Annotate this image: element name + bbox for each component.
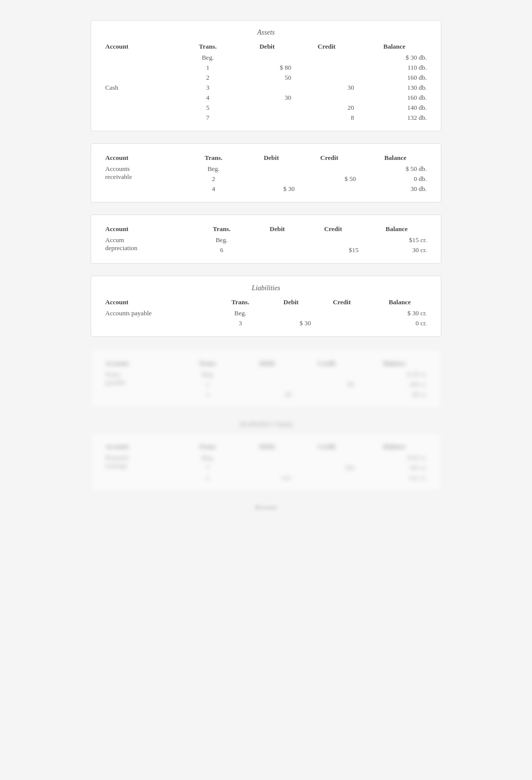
credit-7: 8 <box>295 113 358 123</box>
trans-5: 5 <box>177 103 239 113</box>
debit-2: 50 <box>239 73 295 83</box>
trans-2: 2 <box>183 174 244 184</box>
col-balance: Balance <box>360 152 431 164</box>
col-debit: Debit <box>267 296 315 308</box>
blurred-notes-payable: Account Trans. Debit Credit Balance Note… <box>91 349 441 408</box>
balance-3: 0 cr. <box>369 318 431 328</box>
account-cash: Cash <box>101 53 177 123</box>
col-balance: Balance <box>363 223 431 235</box>
accum-section: Account Trans. Debit Credit Balance Accu… <box>91 215 441 264</box>
credit-beg <box>295 453 358 463</box>
debit-1 <box>239 379 295 389</box>
credit-3 <box>315 318 369 328</box>
assets-section: Assets Account Trans. Debit Credit Balan… <box>91 20 441 131</box>
debit-1: $ 80 <box>239 63 295 73</box>
balance-2: 160 db. <box>358 73 431 83</box>
trans-beg: Beg. <box>177 369 239 379</box>
debit-beg <box>244 164 299 174</box>
balance-x: xxx cr. <box>358 473 431 483</box>
balance-6: 30 cr. <box>363 245 431 255</box>
col-account: Account <box>101 223 192 235</box>
balance-4: 160 db. <box>358 93 431 103</box>
balance-beg: $ 30 db. <box>358 53 431 63</box>
revenue-label: Revenue <box>91 503 441 511</box>
trans-4: 4 <box>177 93 239 103</box>
trans-2: 2 <box>177 73 239 83</box>
balance-2: 0 db. <box>360 174 431 184</box>
trans-beg: Beg. <box>183 164 244 174</box>
credit-5: 20 <box>295 103 358 113</box>
col-credit: Credit <box>315 296 369 308</box>
trans-7: 7 <box>177 463 239 473</box>
col-trans: Trans. <box>183 152 244 164</box>
table-row: Notespayable Beg. $ 20 cr. <box>101 369 431 379</box>
debit-beg <box>251 235 304 245</box>
ar-table: Account Trans. Debit Credit Balance Acco… <box>101 152 431 194</box>
account-notes: Notespayable <box>101 369 177 400</box>
balance-4: 30 db. <box>360 184 431 194</box>
col-account: Account <box>101 441 177 453</box>
balance-5: 140 db. <box>358 103 431 113</box>
table-row: Accounts payable Beg. $ 30 cr. <box>101 308 431 318</box>
col-trans: Trans. <box>192 223 251 235</box>
credit-3: 30 <box>295 83 358 93</box>
credit-1 <box>295 63 358 73</box>
trans-x: x <box>177 473 239 483</box>
balance-1: 100 cr. <box>358 379 431 389</box>
col-balance: Balance <box>358 41 431 53</box>
debit-x: xxx <box>239 473 295 483</box>
balance-beg: $ 20 cr. <box>358 369 431 379</box>
balance-7: 185 cr. <box>358 463 431 473</box>
blurred-table-2: Account Trans. Debit Credit Balance Reta… <box>101 441 431 483</box>
liabilities-table: Account Trans. Debit Credit Balance Acco… <box>101 296 431 328</box>
balance-1: 110 db. <box>358 63 431 73</box>
trans-1: 1 <box>177 379 239 389</box>
debit-5 <box>239 103 295 113</box>
balance-beg: $ 50 db. <box>360 164 431 174</box>
credit-2: $ 50 <box>299 174 360 184</box>
col-trans: Trans. <box>177 441 239 453</box>
trans-beg: Beg. <box>177 53 239 63</box>
col-credit: Credit <box>295 41 358 53</box>
trans-3: 3 <box>177 83 239 93</box>
debit-7 <box>239 463 295 473</box>
col-account: Account <box>101 296 214 308</box>
debit-beg <box>239 453 295 463</box>
trans-4: 4 <box>183 184 244 194</box>
credit-6: $15 <box>304 245 363 255</box>
account-accum: Accumdepreciation <box>101 235 192 255</box>
account-ap: Accounts payable <box>101 308 214 328</box>
balance-x: 80 cr. <box>358 389 431 400</box>
debit-x: 20 <box>239 389 295 400</box>
balance-beg: $ 30 cr. <box>369 308 431 318</box>
credit-4 <box>295 93 358 103</box>
debit-beg <box>239 369 295 379</box>
trans-1: 1 <box>177 63 239 73</box>
col-trans: Trans. <box>177 357 239 369</box>
col-balance: Balance <box>358 441 431 453</box>
trans-7: 7 <box>177 113 239 123</box>
trans-beg: Beg. <box>214 308 267 318</box>
debit-4: $ 30 <box>244 184 299 194</box>
balance-7: 132 db. <box>358 113 431 123</box>
credit-7: 100 <box>295 463 358 473</box>
col-debit: Debit <box>239 357 295 369</box>
debit-7 <box>239 113 295 123</box>
ar-section: Account Trans. Debit Credit Balance Acco… <box>91 143 441 203</box>
blurred-table-1: Account Trans. Debit Credit Balance Note… <box>101 357 431 400</box>
credit-beg <box>295 369 358 379</box>
blurred-retained-earnings: Account Trans. Debit Credit Balance Reta… <box>91 432 441 491</box>
trans-3: 3 <box>214 318 267 328</box>
trans-beg: Beg. <box>192 235 251 245</box>
debit-6 <box>251 245 304 255</box>
page-container: Assets Account Trans. Debit Credit Balan… <box>91 20 441 511</box>
balance-3: 130 db. <box>358 83 431 93</box>
debit-4: 30 <box>239 93 295 103</box>
stockholders-equity-title: Stockholders' Equity <box>91 420 441 428</box>
credit-beg <box>315 308 369 318</box>
trans-beg: Beg. <box>177 453 239 463</box>
table-row: Accountsreceivable Beg. $ 50 db. <box>101 164 431 174</box>
col-trans: Trans. <box>177 41 239 53</box>
balance-beg: $15 cr. <box>363 235 431 245</box>
table-row: Accumdepreciation Beg. $15 cr. <box>101 235 431 245</box>
